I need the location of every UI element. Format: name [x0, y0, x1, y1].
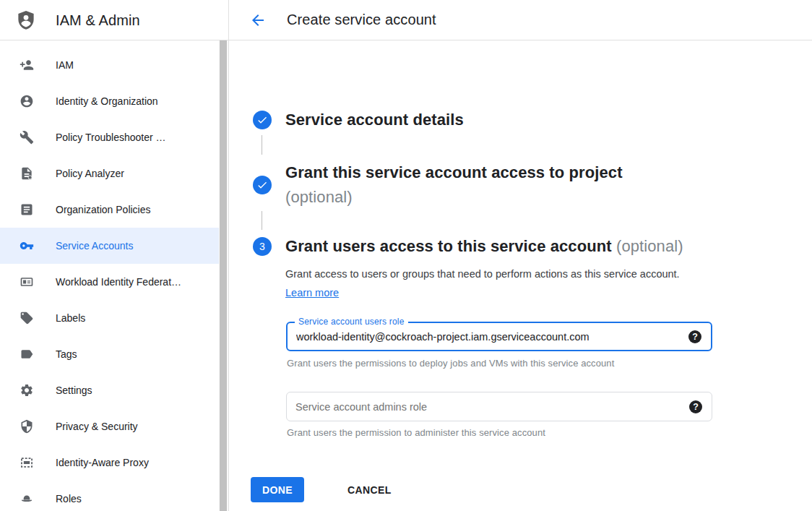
sidebar-item-identity-organization[interactable]: Identity & Organization [0, 83, 219, 119]
step3-number: 3 [259, 241, 265, 252]
sidebar-item-tags[interactable]: Tags [0, 336, 219, 372]
sidebar-item-labels[interactable]: Labels [0, 300, 219, 336]
label-tag-icon [20, 311, 34, 325]
step3-optional-label: (optional) [616, 237, 683, 255]
header-divider [0, 40, 228, 40]
step2-title: Grant this service account access to pro… [285, 163, 623, 181]
sidebar-item-privacy-security[interactable]: Privacy & Security [0, 408, 219, 445]
sidebar-item-label: Identity & Organization [56, 95, 158, 107]
sidebar-item-service-accounts[interactable]: Service Accounts [0, 228, 219, 264]
sidebar-item-identity-aware-proxy[interactable]: Identity-Aware Proxy [0, 445, 219, 481]
sidebar-item-settings[interactable]: Settings [0, 372, 219, 408]
done-button[interactable]: DONE [251, 477, 304, 502]
policy-analyzer-icon [20, 166, 34, 181]
sidebar-nav: IAM Identity & Organization Policy Troub… [0, 47, 219, 511]
sidebar-item-label: Roles [56, 493, 82, 504]
back-arrow-icon[interactable] [249, 11, 267, 30]
learn-more-link[interactable]: Learn more [285, 287, 339, 299]
sidebar-item-label: Identity-Aware Proxy [56, 457, 149, 468]
service-account-admins-role-field: ? [286, 392, 712, 421]
security-shield-icon [20, 419, 34, 434]
sidebar-item-label: Privacy & Security [56, 421, 138, 432]
sidebar-item-label: Policy Analyzer [56, 168, 124, 179]
gear-icon [20, 383, 34, 398]
users-role-input[interactable] [288, 331, 688, 343]
step3-number-badge: 3 [253, 237, 272, 256]
org-policies-icon [20, 202, 34, 217]
step-grant-users-access[interactable]: 3 Grant users access to this service acc… [253, 237, 683, 256]
sidebar-item-label: Workload Identity Federat… [56, 276, 181, 288]
admins-role-helper-text: Grant users the permission to administer… [287, 427, 545, 438]
page-title: Create service account [287, 12, 436, 28]
service-account-key-icon [20, 239, 34, 253]
sidebar-item-policy-analyzer[interactable]: Policy Analyzer [0, 155, 219, 192]
sidebar-item-label: Tags [56, 348, 77, 360]
step3-description: Grant access to users or groups that nee… [285, 265, 691, 302]
account-circle-icon [20, 94, 34, 108]
wizard-content: Service account details Grant this servi… [229, 40, 812, 511]
sidebar-item-workload-identity-federation[interactable]: Workload Identity Federat… [0, 264, 219, 300]
step3-title: Grant users access to this service accou… [285, 237, 612, 255]
sidebar-item-roles[interactable]: Roles [0, 481, 219, 511]
step-service-account-details[interactable]: Service account details [253, 111, 464, 129]
users-role-helper-text: Grant users the permissions to deploy jo… [287, 358, 614, 369]
step-grant-project-access[interactable]: Grant this service account access to pro… [253, 160, 623, 210]
main-panel: Create service account Service account d… [228, 0, 812, 511]
sidebar-scrollbar-track [219, 40, 228, 511]
wizard-actions: DONE CANCEL [251, 477, 392, 502]
admins-role-input[interactable] [287, 401, 689, 413]
sidebar-item-label: Labels [56, 312, 85, 324]
sidebar-header: IAM & Admin [0, 0, 219, 40]
cancel-button[interactable]: CANCEL [347, 484, 392, 496]
sidebar-item-label: Settings [56, 385, 92, 396]
sidebar-scrollbar-thumb[interactable] [220, 40, 227, 511]
help-icon[interactable]: ? [689, 400, 702, 413]
sidebar-item-iam[interactable]: IAM [0, 47, 219, 83]
help-icon[interactable]: ? [688, 330, 701, 343]
sidebar-item-organization-policies[interactable]: Organization Policies [0, 192, 219, 228]
service-account-users-role-field: Service account users role ? [286, 322, 712, 351]
users-role-field-label: Service account users role [295, 317, 408, 327]
sidebar-title: IAM & Admin [56, 12, 140, 29]
sidebar: IAM & Admin IAM Identity & Organization [0, 0, 219, 511]
wrench-icon [20, 130, 34, 145]
roles-hat-icon [20, 491, 34, 506]
sidebar-item-policy-troubleshooter[interactable]: Policy Troubleshooter … [0, 119, 219, 155]
step2-complete-check-icon [253, 176, 272, 194]
step-connector [262, 211, 262, 230]
step2-optional-label: (optional) [285, 188, 353, 206]
iam-admin-app: IAM & Admin IAM Identity & Organization [0, 0, 812, 511]
step1-complete-check-icon [253, 111, 272, 129]
tag-arrow-icon [20, 347, 34, 361]
sidebar-item-label: Organization Policies [56, 204, 151, 215]
sidebar-item-label: Service Accounts [56, 240, 133, 252]
sidebar-item-label: IAM [56, 59, 74, 71]
person-add-icon [20, 58, 34, 72]
proxy-icon [20, 455, 34, 470]
shield-person-icon [15, 8, 37, 33]
id-card-icon [20, 275, 34, 289]
step1-title: Service account details [285, 111, 464, 129]
sidebar-item-label: Policy Troubleshooter … [56, 132, 166, 143]
step-connector [262, 135, 262, 155]
topbar: Create service account [229, 0, 812, 40]
